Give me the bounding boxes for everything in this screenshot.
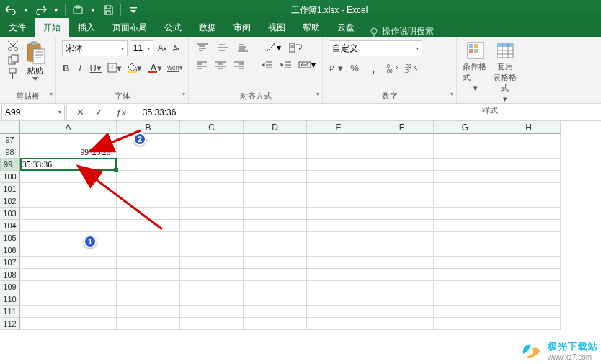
tab-cloud[interactable]: 云盘 <box>329 18 363 37</box>
cell[interactable] <box>20 208 117 220</box>
decrease-font-icon[interactable]: A▾ <box>170 41 182 56</box>
cell[interactable] <box>117 306 180 318</box>
cell[interactable] <box>307 281 370 293</box>
customize-qat-icon[interactable] <box>127 4 140 17</box>
column-header[interactable]: B <box>117 121 180 134</box>
cell[interactable] <box>20 134 117 146</box>
cell[interactable] <box>117 269 180 281</box>
cell[interactable] <box>434 269 497 281</box>
cell[interactable]: 35:33:36 <box>20 159 117 171</box>
cell[interactable] <box>307 318 370 330</box>
decrease-decimal-icon[interactable]: .00.0 <box>404 61 418 75</box>
row-header[interactable]: 111 <box>0 306 20 318</box>
cell[interactable] <box>307 183 370 195</box>
align-top-icon[interactable] <box>195 40 210 55</box>
cell[interactable] <box>434 281 497 293</box>
font-name-select[interactable]: 宋体▾ <box>62 40 128 56</box>
cell[interactable] <box>180 159 244 171</box>
cell[interactable] <box>244 244 307 257</box>
cell[interactable] <box>434 146 497 159</box>
cell[interactable] <box>434 232 497 244</box>
cell[interactable] <box>180 293 244 306</box>
cell[interactable] <box>370 269 434 281</box>
name-box[interactable]: A99▾ <box>1 105 65 120</box>
save-icon[interactable] <box>102 4 115 17</box>
cell[interactable] <box>370 232 434 244</box>
row-header[interactable]: 107 <box>0 257 20 269</box>
increase-font-icon[interactable]: A▴ <box>156 41 168 56</box>
tab-review[interactable]: 审阅 <box>225 18 259 37</box>
cell[interactable] <box>434 134 497 146</box>
cell[interactable] <box>20 293 117 306</box>
row-header[interactable]: 105 <box>0 232 20 244</box>
cell[interactable] <box>434 195 497 208</box>
group-label-number[interactable]: 数字 <box>329 89 450 102</box>
row-header[interactable]: 98 <box>0 146 20 159</box>
cell[interactable] <box>497 232 561 244</box>
copy-icon[interactable] <box>7 54 20 66</box>
cell[interactable] <box>370 171 434 183</box>
font-size-select[interactable]: 11▾ <box>130 40 154 56</box>
cell[interactable] <box>180 244 244 257</box>
cell[interactable] <box>434 183 497 195</box>
cell[interactable] <box>370 306 434 318</box>
cell[interactable] <box>180 257 244 269</box>
formula-bar-input[interactable]: 35:33:36 <box>138 107 601 117</box>
select-all-button[interactable] <box>0 121 20 134</box>
cell[interactable] <box>434 306 497 318</box>
cell[interactable] <box>244 159 307 171</box>
cell[interactable] <box>117 195 180 208</box>
cell[interactable] <box>497 281 561 293</box>
tab-page-layout[interactable]: 页面布局 <box>104 18 156 37</box>
number-format-select[interactable]: 自定义▾ <box>329 40 422 56</box>
cell[interactable] <box>180 208 244 220</box>
row-header[interactable]: 112 <box>0 318 20 330</box>
cell[interactable] <box>307 159 370 171</box>
row-header[interactable]: 106 <box>0 244 20 257</box>
cell[interactable] <box>244 257 307 269</box>
row-header[interactable]: 108 <box>0 269 20 281</box>
cell[interactable] <box>20 244 117 257</box>
cell[interactable] <box>244 208 307 220</box>
cell[interactable] <box>307 195 370 208</box>
column-header[interactable]: A <box>20 121 117 134</box>
cell[interactable] <box>370 134 434 146</box>
column-header[interactable]: E <box>307 121 370 134</box>
cell[interactable] <box>180 220 244 232</box>
undo-icon[interactable] <box>4 4 17 17</box>
cell[interactable] <box>20 306 117 318</box>
cell[interactable] <box>20 232 117 244</box>
cell[interactable] <box>117 257 180 269</box>
cell[interactable] <box>434 293 497 306</box>
cell[interactable] <box>307 269 370 281</box>
cell[interactable] <box>244 306 307 318</box>
phonetic-button[interactable]: wén▾ <box>168 61 182 75</box>
cell[interactable] <box>497 134 561 146</box>
paste-button[interactable]: 粘贴 <box>23 40 48 81</box>
cell[interactable] <box>244 220 307 232</box>
cell[interactable] <box>497 318 561 330</box>
cell[interactable] <box>370 183 434 195</box>
decrease-indent-icon[interactable] <box>260 58 275 72</box>
increase-decimal-icon[interactable]: .0.00 <box>385 61 399 75</box>
cell[interactable] <box>244 195 307 208</box>
cell[interactable] <box>117 159 180 171</box>
tab-insert[interactable]: 插入 <box>69 18 104 37</box>
column-header[interactable]: C <box>180 121 244 134</box>
cell[interactable] <box>307 146 370 159</box>
fx-icon[interactable]: ƒx <box>112 107 130 117</box>
cell[interactable] <box>497 306 561 318</box>
cell[interactable] <box>434 244 497 257</box>
tab-data[interactable]: 数据 <box>190 18 225 37</box>
merge-center-icon[interactable]: ▾ <box>298 58 317 72</box>
cell[interactable] <box>117 183 180 195</box>
cell[interactable] <box>244 134 307 146</box>
cell[interactable] <box>117 208 180 220</box>
enter-icon[interactable]: ✓ <box>93 107 104 118</box>
dropdown-icon[interactable] <box>90 4 96 17</box>
cell[interactable] <box>434 159 497 171</box>
cell[interactable] <box>497 208 561 220</box>
cell[interactable] <box>497 269 561 281</box>
cell[interactable] <box>20 220 117 232</box>
cell[interactable] <box>370 220 434 232</box>
